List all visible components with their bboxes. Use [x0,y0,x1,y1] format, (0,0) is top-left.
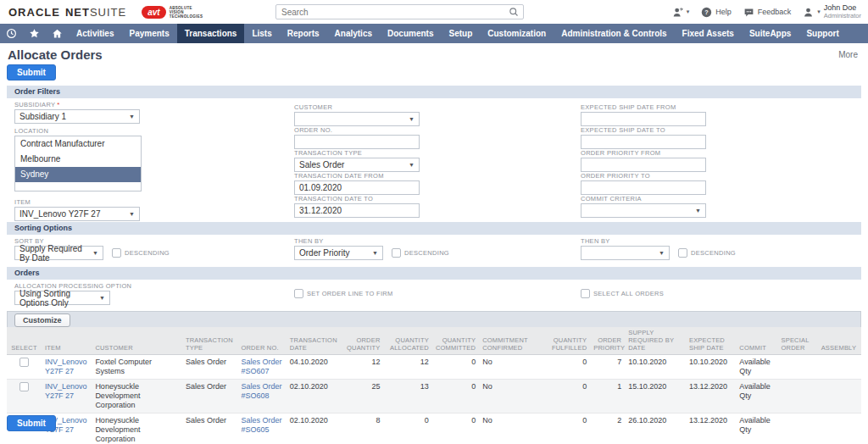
order-no-link[interactable]: Sales Order #SO607 [241,358,281,375]
order-no-input[interactable] [294,135,420,149]
nav-item-setup[interactable]: Setup [441,24,480,43]
allocation-processing-option-group: ALLOCATION PROCESSING OPTION Using Sorti… [14,282,131,305]
nav-item-suiteapps[interactable]: SuiteApps [742,24,798,43]
cell-quantity-allocated: 13 [384,380,432,413]
cell-select [7,355,42,380]
subsidiary-select[interactable]: Subsidiary 1▼ [14,109,140,124]
transaction-date-from-label: TRANSACTION DATE FROM [294,172,421,180]
transaction-date-from-input[interactable]: 01.09.2020 [294,180,420,195]
allocation-processing-option-value: Using Sorting Options Only [19,289,99,308]
then-by-2-select[interactable]: ▼ [581,246,670,260]
descending-label: DESCENDING [691,249,736,257]
recent-records-icon[interactable] [0,24,23,43]
customize-button[interactable]: Customize [14,314,70,327]
item-select[interactable]: INV_Lenovo Y27F 27▼ [14,207,140,221]
order-priority-from-input[interactable] [581,158,706,172]
subsidiary-field: SUBSIDIARY* Subsidiary 1▼ [14,101,142,124]
search-icon[interactable] [509,7,519,17]
cell-order-no: Sales Order #SO608 [237,380,286,413]
nav-item-lists[interactable]: Lists [244,24,279,43]
shortcuts-star-icon[interactable] [23,24,46,43]
column-header-quantity-committed: QUANTITY COMMITTED [432,327,479,355]
nav-item-customization[interactable]: Customization [480,24,554,43]
then-by-1-group: THEN BY Order Priority▼ DESCENDING [294,237,449,260]
cell-quantity-fulfilled: 0 [535,380,591,413]
location-option-melbourne[interactable]: Melbourne [15,152,141,167]
subsidiary-value: Subsidiary 1 [19,112,66,121]
user-name: John Doe [824,3,861,12]
descending-label: DESCENDING [125,249,170,257]
nav-item-analytics[interactable]: Analytics [327,24,380,43]
submit-button-top[interactable]: Submit [7,64,56,80]
allocate-orders-page: ORACLENETSUITE avt ABSOLUTE VISION TECHN… [0,0,868,444]
cell-order-priority: 2 [590,413,625,444]
descending-checkbox[interactable] [392,248,401,258]
nav-item-reports[interactable]: Reports [280,24,327,43]
help-icon: ? [701,7,712,18]
cell-customer: Honeysuckle Development Corporation [92,413,182,444]
transaction-date-to-field: TRANSACTION DATE TO 31.12.2020 [294,195,421,218]
set-order-line-to-firm-checkbox[interactable] [294,289,303,298]
nav-item-payments[interactable]: Payments [121,24,176,43]
column-header-commitment-confirmed: COMMITMENT CONFIRMED [479,327,535,355]
row-select-checkbox[interactable] [19,358,29,367]
transaction-type-label: TRANSACTION TYPE [294,149,421,158]
location-option-sydney[interactable]: Sydney [15,167,141,182]
expected-ship-date-to-input[interactable] [581,135,706,149]
then-by-1-select[interactable]: Order Priority▼ [294,246,383,260]
customer-select[interactable]: ▼ [294,112,420,126]
nav-item-fixed-assets[interactable]: Fixed Assets [675,24,742,43]
user-menu[interactable]: ▾ John Doe Administrator [803,3,861,20]
select-all-orders-checkbox[interactable] [581,289,590,298]
feedback-button[interactable]: Feedback [743,7,792,18]
order-priority-to-input[interactable] [581,180,706,195]
expected-ship-date-from-label: EXPECTED SHIP DATE FROM [581,103,708,112]
location-option-contract-manufacturer[interactable]: Contract Manufacturer [15,136,141,152]
netsuite-wordmark-light: SUITE [90,6,126,19]
transaction-type-field: TRANSACTION TYPE Sales Order▼ [294,149,421,172]
chevron-down-icon: ▼ [92,250,98,256]
descending-checkbox[interactable] [112,248,121,258]
descending-checkbox[interactable] [678,248,687,258]
roles-menu[interactable]: ▾ [672,7,690,18]
table-header-row: SELECTITEMCUSTOMERTRANSACTION TYPEORDER … [7,327,861,355]
nav-item-transactions[interactable]: Transactions [177,24,245,43]
commit-criteria-select[interactable]: ▼ [581,203,706,218]
transaction-type-select[interactable]: Sales Order▼ [294,158,420,172]
home-icon[interactable] [46,24,69,43]
svg-text:?: ? [705,8,709,16]
search-input[interactable] [276,8,509,17]
cell-assembly [818,355,861,380]
more-link[interactable]: More [838,50,858,59]
cell-assembly [818,413,861,444]
user-role: Administrator [824,12,861,20]
cell-transaction-type: Sales Order [182,380,238,413]
cell-transaction-date: 04.10.2020 [287,355,342,380]
order-no-link[interactable]: Sales Order #SO605 [241,416,281,434]
nav-item-support[interactable]: Support [798,24,846,43]
expected-ship-date-from-input[interactable] [581,112,706,126]
column-header-assembly: ASSEMBLY [818,327,861,355]
select-all-orders-label: SELECT ALL ORDERS [593,290,664,297]
required-asterisk: * [57,101,59,108]
row-select-checkbox[interactable] [19,382,29,391]
feedback-label: Feedback [758,8,792,16]
cell-commitment-confirmed: No [479,355,535,380]
item-link[interactable]: INV_Lenovo Y27F 27 [45,358,87,375]
expected-ship-date-to-label: EXPECTED SHIP DATE TO [581,126,708,135]
sort-by-select[interactable]: Supply Required By Date▼ [14,246,103,260]
cell-transaction-date: 02.10.2020 [287,380,342,413]
cell-quantity-committed: 0 [432,380,479,413]
help-button[interactable]: ? Help [701,7,732,18]
nav-item-activities[interactable]: Activities [69,24,121,43]
nav-item-administration-controls[interactable]: Administration & Controls [554,24,674,43]
nav-item-documents[interactable]: Documents [380,24,441,43]
submit-button-bottom[interactable]: Submit [7,415,56,431]
table-row: INV_Lenovo Y27F 27Honeysuckle Developmen… [7,413,861,444]
user-info: John Doe Administrator [824,3,861,20]
transaction-date-to-input[interactable]: 31.12.2020 [294,203,420,218]
column-header-order-priority: ORDER PRIORITY [590,327,625,355]
order-no-link[interactable]: Sales Order #SO608 [241,382,281,400]
allocation-processing-option-select[interactable]: Using Sorting Options Only▼ [14,291,110,305]
item-link[interactable]: INV_Lenovo Y27F 27 [45,382,87,400]
